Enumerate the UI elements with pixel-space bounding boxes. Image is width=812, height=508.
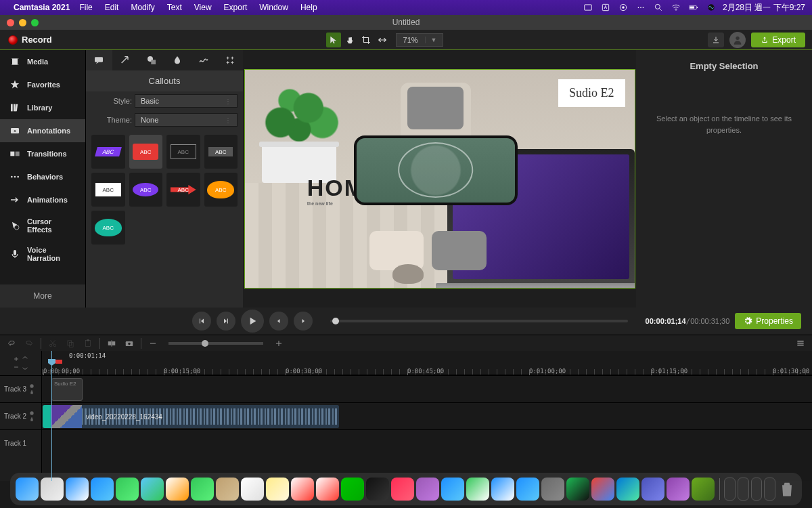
rail-more-button[interactable]: More — [0, 284, 85, 308]
screenshot-button[interactable] — [122, 337, 137, 350]
paste-button[interactable] — [81, 337, 95, 350]
canvas-pan-tool[interactable] — [342, 33, 357, 47]
window-close-button[interactable] — [7, 19, 14, 26]
status-search-icon[interactable] — [654, 3, 663, 12]
menu-file[interactable]: File — [79, 3, 92, 12]
dock-app-mail[interactable] — [91, 478, 114, 501]
tab-sketch[interactable] — [191, 50, 217, 70]
rail-annotations[interactable]: aAnnotations — [0, 119, 85, 142]
dock-app-notes[interactable] — [266, 478, 289, 501]
timeline-ruler[interactable]: 0:00:01;14 0:00:00;00 0:00:15;00 0:00:30… — [42, 351, 812, 375]
dock-app-photos[interactable] — [166, 478, 189, 501]
dock-app-messages[interactable] — [116, 478, 139, 501]
track-3[interactable]: Sudio E2 — [42, 375, 812, 402]
tab-blur[interactable] — [164, 50, 191, 70]
dock-stack[interactable] — [751, 478, 763, 501]
cut-button[interactable] — [45, 337, 60, 350]
dock-app-maps[interactable] — [141, 478, 164, 501]
account-button[interactable] — [729, 32, 746, 48]
menu-window[interactable]: Window — [259, 3, 288, 12]
rail-favorites[interactable]: Favorites — [0, 73, 85, 96]
rail-transitions[interactable]: Transitions — [0, 142, 85, 165]
split-button[interactable] — [104, 337, 119, 350]
canvas-select-tool[interactable] — [326, 33, 341, 47]
track-header-2[interactable]: Track 2 — [0, 402, 41, 429]
callout-thumb[interactable]: ABC — [204, 135, 238, 169]
window-minimize-button[interactable] — [19, 19, 26, 26]
prev-frame-button[interactable] — [192, 312, 211, 331]
next-clip-button[interactable] — [294, 312, 313, 331]
canvas-crop-tool[interactable] — [359, 33, 374, 47]
dock-app-contacts[interactable] — [216, 478, 239, 501]
dock-app-line[interactable] — [341, 478, 364, 501]
canvas-text-overlay[interactable]: Sudio E2 — [558, 79, 625, 107]
status-record-icon[interactable] — [618, 3, 628, 12]
dock-app-chrome[interactable] — [591, 478, 614, 501]
dock-app-finder[interactable] — [16, 478, 39, 501]
status-wifi-icon[interactable] — [671, 3, 681, 12]
dock-app-calendar2[interactable] — [316, 478, 339, 501]
status-dots-icon[interactable] — [636, 3, 646, 12]
dock-app-tv[interactable] — [366, 478, 389, 501]
dock-stack[interactable] — [738, 478, 749, 501]
dock-app-podcasts[interactable] — [416, 478, 439, 501]
callout-thumb[interactable]: ABC — [91, 173, 125, 207]
canvas-zoom-select[interactable]: 71% ▼ — [396, 33, 443, 47]
tab-keystroke[interactable] — [217, 50, 243, 70]
menu-export[interactable]: Export — [224, 3, 248, 12]
menu-help[interactable]: Help — [300, 3, 317, 12]
track-1[interactable] — [42, 429, 812, 457]
copy-button[interactable] — [63, 337, 78, 350]
clip-marker[interactable] — [43, 405, 51, 428]
video-clip[interactable]: video_20220228_162434 — [43, 405, 339, 428]
callout-thumb[interactable]: ABC — [129, 173, 163, 207]
dock-app-facetime[interactable] — [191, 478, 214, 501]
rail-cursor-effects[interactable]: Cursor Effects — [0, 211, 85, 240]
prev-clip-button[interactable] — [269, 312, 288, 331]
rail-animations[interactable]: Animations — [0, 188, 85, 211]
canvas-resize-tool[interactable] — [375, 33, 390, 47]
dock-trash[interactable] — [777, 478, 796, 501]
properties-button[interactable]: Properties — [735, 313, 801, 329]
window-maximize-button[interactable] — [31, 19, 39, 26]
status-siri-icon[interactable] — [706, 3, 716, 12]
canvas[interactable]: HOMthe new life Sudio E2 — [244, 69, 635, 289]
timeline-options-button[interactable] — [793, 337, 808, 350]
menu-modify[interactable]: Modify — [131, 3, 154, 12]
dock-app-teams[interactable] — [641, 478, 664, 501]
text-clip[interactable]: Sudio E2 — [51, 378, 83, 401]
dock-app-appstore[interactable] — [441, 478, 464, 501]
timeline-tracks[interactable]: 0:00:01;14 0:00:00;00 0:00:15;00 0:00:30… — [42, 351, 812, 481]
status-input-icon[interactable]: A — [601, 3, 610, 12]
timeline-zoom-slider[interactable] — [168, 342, 263, 345]
download-button[interactable] — [708, 33, 724, 47]
status-battery-icon[interactable] — [689, 3, 698, 12]
style-select[interactable]: Basic — [135, 94, 238, 108]
dock-app-player[interactable] — [667, 478, 690, 501]
rail-media[interactable]: Media — [0, 50, 85, 73]
rail-library[interactable]: Library — [0, 96, 85, 119]
menu-view[interactable]: View — [194, 3, 212, 12]
callout-thumb[interactable]: ABC — [166, 173, 200, 207]
menubar-date[interactable]: 2月28日 週一 下午9:27 — [723, 2, 805, 14]
track-header-3[interactable]: Track 3 — [0, 375, 41, 402]
status-movie-icon[interactable] — [583, 3, 593, 12]
theme-select[interactable]: None — [135, 113, 238, 127]
tab-arrows[interactable] — [112, 50, 139, 70]
next-frame-button[interactable] — [217, 312, 235, 331]
zoom-out-button[interactable] — [145, 337, 160, 350]
export-button[interactable]: Export — [751, 33, 805, 47]
menu-text[interactable]: Text — [167, 3, 182, 12]
tab-callouts[interactable] — [86, 50, 112, 70]
tab-shapes[interactable] — [138, 50, 164, 70]
dock-stack[interactable] — [724, 478, 736, 501]
callout-thumb[interactable]: ABC — [91, 135, 125, 169]
callout-thumb[interactable]: ABC — [166, 135, 200, 169]
menu-edit[interactable]: Edit — [105, 3, 119, 12]
dock-app-edge[interactable] — [616, 478, 639, 501]
dock-app-numbers[interactable] — [466, 478, 489, 501]
dock-app-spotify[interactable] — [566, 478, 589, 501]
callout-thumb[interactable]: ABC — [129, 135, 163, 169]
playback-scrubber[interactable] — [330, 320, 628, 322]
undo-button[interactable] — [4, 337, 19, 350]
